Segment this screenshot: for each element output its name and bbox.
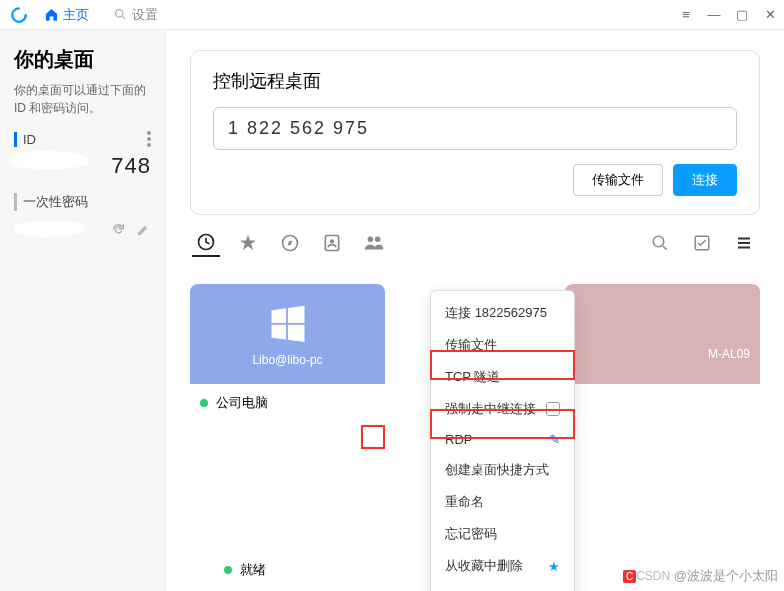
status-text: 就绪	[240, 561, 266, 579]
transfer-button[interactable]: 传输文件	[573, 164, 663, 196]
edit-icon[interactable]	[136, 222, 151, 237]
group-icon[interactable]	[360, 229, 388, 257]
panel-title: 控制远程桌面	[213, 69, 737, 93]
star-icon: ★	[548, 559, 560, 574]
ctx-rdp[interactable]: RDP✎	[431, 425, 574, 454]
sidebar: 你的桌面 你的桌面可以通过下面的 ID 和密码访问。 ID 000 000 74…	[0, 30, 166, 591]
minimize-button[interactable]: —	[700, 0, 728, 29]
search-settings-icon	[113, 7, 128, 22]
search-icon[interactable]	[646, 229, 674, 257]
svg-point-0	[116, 10, 124, 18]
sidebar-desc: 你的桌面可以通过下面的 ID 和密码访问。	[14, 81, 151, 117]
card-host-suffix: M-AL09	[708, 347, 750, 361]
discover-icon[interactable]	[276, 229, 304, 257]
id-more-button[interactable]	[147, 131, 151, 147]
ctx-unfav[interactable]: 从收藏中删除★	[431, 550, 574, 582]
context-menu: 连接 1822562975 传输文件 TCP 隧道 强制走中继连接 RDP✎ 创…	[430, 290, 575, 591]
connect-button[interactable]: 连接	[673, 164, 737, 196]
sidebar-title: 你的桌面	[14, 46, 151, 73]
password-label: 一次性密码	[14, 193, 88, 211]
svg-point-6	[375, 237, 381, 243]
ctx-transfer[interactable]: 传输文件	[431, 329, 574, 361]
watermark: CCSDN @波波是个小太阳	[623, 567, 778, 585]
checkbox-icon[interactable]	[546, 402, 560, 416]
app-logo-icon	[6, 2, 32, 28]
recent-icon[interactable]	[192, 229, 220, 257]
ctx-relay[interactable]: 强制走中继连接	[431, 393, 574, 425]
tab-settings-label: 设置	[132, 6, 158, 24]
maximize-button[interactable]: ▢	[728, 0, 756, 29]
tab-home-label: 主页	[63, 6, 89, 24]
menu-button[interactable]: ≡	[672, 0, 700, 29]
status-bar: 就绪	[224, 561, 266, 579]
close-button[interactable]: ✕	[756, 0, 784, 29]
ctx-tcp[interactable]: TCP 隧道	[431, 361, 574, 393]
svg-point-5	[368, 237, 374, 243]
remote-id-input[interactable]	[213, 107, 737, 150]
filter-bar	[190, 215, 760, 268]
card-name: 公司电脑	[216, 394, 268, 412]
device-card-blue[interactable]: Libo@libo-pc 公司电脑	[190, 284, 385, 414]
card-host-label: Libo@libo-pc	[252, 353, 322, 367]
status-dot	[200, 399, 208, 407]
status-dot-icon	[224, 566, 232, 574]
device-card-pink[interactable]: M-AL09	[565, 284, 760, 414]
favorite-icon[interactable]	[234, 229, 262, 257]
svg-point-7	[653, 236, 664, 247]
ctx-shortcut[interactable]: 创建桌面快捷方式	[431, 454, 574, 486]
remote-panel: 控制远程桌面 传输文件 连接	[190, 50, 760, 215]
ctx-connect[interactable]: 连接 1822562975	[431, 297, 574, 329]
addressbook-icon[interactable]	[318, 229, 346, 257]
password-masked	[14, 221, 84, 237]
tab-home[interactable]: 主页	[32, 0, 101, 29]
id-label: ID	[14, 132, 36, 147]
list-view-icon[interactable]	[730, 229, 758, 257]
ctx-rename[interactable]: 重命名	[431, 486, 574, 518]
ctx-delete[interactable]: 删除	[431, 582, 574, 591]
pencil-icon[interactable]: ✎	[549, 432, 560, 447]
ctx-forget[interactable]: 忘记密码	[431, 518, 574, 550]
tab-settings[interactable]: 设置	[101, 0, 170, 29]
svg-point-4	[330, 239, 334, 243]
annotation-box-more	[361, 425, 385, 449]
home-icon	[44, 7, 59, 22]
refresh-icon[interactable]	[111, 222, 126, 237]
windows-icon	[266, 301, 310, 345]
id-value: 000 000 748	[14, 153, 151, 179]
select-icon[interactable]	[688, 229, 716, 257]
